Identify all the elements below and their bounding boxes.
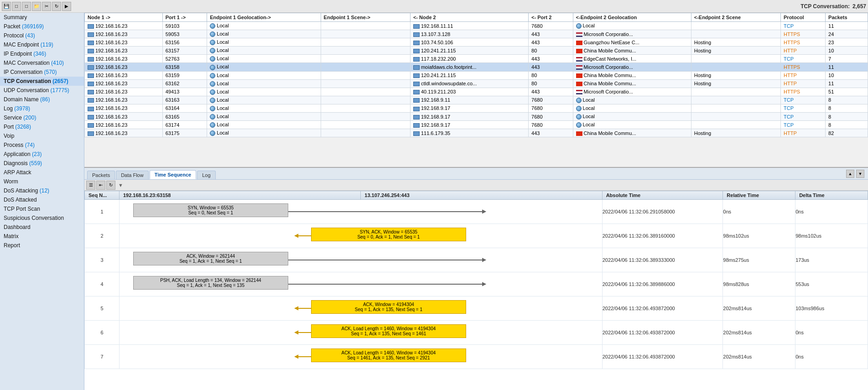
sidebar-item-port[interactable]: Port (3268)	[0, 122, 84, 131]
table-col-port-1---[interactable]: Port 1 ->	[162, 13, 207, 22]
table-col---endpoint-2-scene[interactable]: <-Endpoint 2 Scene	[691, 13, 780, 22]
tabs-collapse-btn[interactable]: ▼	[856, 170, 864, 178]
sidebar-item-matrix[interactable]: Matrix	[0, 232, 84, 241]
toolbar-btn-3[interactable]: □	[22, 2, 31, 11]
table-row[interactable]: 192.168.16.2359103Local192.168.11.117680…	[85, 22, 868, 30]
table-row[interactable]: 192.168.16.2363164Local192.168.9.177680L…	[85, 104, 868, 112]
abs-time: 2022/04/06 11:32:06.389333000	[602, 248, 723, 272]
seq-number: 1	[85, 200, 120, 224]
seq-table-row[interactable]: 7ACK, Load Length = 1460, Window = 41943…	[85, 345, 868, 369]
sidebar-item-udp-conversation[interactable]: UDP Conversation (17775)	[0, 86, 84, 95]
sidebar-item-dos-attacked[interactable]: DoS Attacked	[0, 195, 84, 204]
geo1-cell: Local	[207, 88, 321, 96]
table-row[interactable]: 192.168.16.2363158Localmoiafdaws.clo.foo…	[85, 63, 868, 71]
sidebar-item-worm[interactable]: Worm	[0, 177, 84, 186]
abs-time: 2022/04/06 11:32:06.389886000	[602, 272, 723, 296]
toolbar-btn-open[interactable]: 📁	[32, 2, 41, 11]
sidebar-item-suspicious-conversation[interactable]: Suspicious Conversation	[0, 213, 84, 223]
scene1-cell	[321, 63, 410, 71]
packets-cell: 8	[826, 96, 868, 104]
tabs-bar: PacketsData FlowTime SequenceLog ▲ ▼	[84, 168, 868, 180]
sidebar-item-arp-attack[interactable]: ARP Attack	[0, 168, 84, 177]
table-col-packets[interactable]: Packets	[826, 13, 868, 22]
toolbar-btn-cut[interactable]: ✂	[42, 2, 51, 11]
table-col---endpoint-2-geolocation[interactable]: <-Endpoint 2 Geolocation	[573, 13, 691, 22]
port2-cell: 80	[529, 47, 573, 55]
seq-number: 4	[85, 272, 120, 296]
tab-packets[interactable]: Packets	[87, 171, 115, 179]
sidebar-item-tcp-port-scan[interactable]: TCP Port Scan	[0, 204, 84, 213]
sidebar-item-service[interactable]: Service (200)	[0, 113, 84, 122]
abs-time-col-header: Absolute Time	[602, 191, 723, 200]
sidebar-item-tcp-conversation[interactable]: TCP Conversation (2657)	[0, 77, 84, 86]
table-row[interactable]: 192.168.16.2363163Local192.168.9.117680L…	[85, 96, 868, 104]
table-col-protocol[interactable]: Protocol	[781, 13, 826, 22]
tab-time-sequence[interactable]: Time Sequence	[150, 170, 197, 179]
geo2-cell: Local	[573, 96, 691, 104]
toolbar-btn-play[interactable]: ▶	[62, 2, 71, 11]
table-col----port-2[interactable]: <- Port 2	[529, 13, 573, 22]
scene1-cell	[321, 104, 410, 112]
sidebar-item-dashboard[interactable]: Dashboard	[0, 223, 84, 232]
port2-cell: 443	[529, 63, 573, 71]
table-row[interactable]: 192.168.16.2349413Local40.119.211.203443…	[85, 88, 868, 96]
sidebar-item-diagnosis[interactable]: Diagnosis (559)	[0, 159, 84, 168]
sidebar-item-mac-conversation[interactable]: MAC Conversation (410)	[0, 58, 84, 68]
port1-cell: 59103	[162, 22, 207, 30]
table-row[interactable]: 192.168.16.2359053Local13.107.3.128443Mi…	[85, 30, 868, 38]
seq-table-row[interactable]: 6ACK, Load Length = 1460, Window = 41943…	[85, 321, 868, 345]
table-col-endpoint-1-geolocation--[interactable]: Endpoint 1 Geolocation->	[207, 13, 321, 22]
delta-time-col-header: Delta Time	[795, 191, 868, 200]
table-row[interactable]: 192.168.16.2352763Local117.18.232.200443…	[85, 55, 868, 63]
table-row[interactable]: 192.168.16.2363156Local103.74.50.106443G…	[85, 38, 868, 47]
seq-table-row[interactable]: 5ACK, Window = 4194304Seq = 1, Ack = 135…	[85, 296, 868, 321]
protocol-cell: TCP	[781, 22, 826, 30]
table-col-node-1---[interactable]: Node 1 ->	[85, 13, 163, 22]
tab-log[interactable]: Log	[197, 171, 215, 179]
table-row[interactable]: 192.168.16.2363159Local120.241.21.11580C…	[85, 71, 868, 79]
sidebar-item-summary[interactable]: Summary	[0, 13, 84, 22]
bottom-toolbar-btn-2[interactable]: ⇤	[96, 181, 105, 190]
table-col-endpoint-1-scene--[interactable]: Endpoint 1 Scene->	[321, 13, 410, 22]
table-row[interactable]: 192.168.16.2363157Local120.241.21.11580C…	[85, 47, 868, 55]
node1-cell: 192.168.16.23	[85, 129, 163, 137]
scene2-cell	[691, 63, 780, 71]
table-row[interactable]: 192.168.16.2363174Local192.168.9.177680L…	[85, 121, 868, 129]
sidebar-item-process[interactable]: Process (74)	[0, 140, 84, 150]
sidebar-item-log[interactable]: Log (3978)	[0, 104, 84, 113]
table-row[interactable]: 192.168.16.2363165Local192.168.9.177680L…	[85, 113, 868, 121]
table-row[interactable]: 192.168.16.2363175Local111.6.179.35443Ch…	[85, 129, 868, 137]
toolbar-btn-1[interactable]: 💾	[2, 2, 11, 11]
main-toolbar: 💾 □ □ 📁 ✂ ↻ ▶ TCP Conversation: 2,657	[0, 0, 868, 13]
sidebar-item-mac-endpoint[interactable]: MAC Endpoint (119)	[0, 40, 84, 49]
abs-time: 2022/04/06 11:32:06.291058000	[602, 200, 723, 224]
seq-table-row[interactable]: 1SYN, Window = 65535Seq = 0, Next Seq = …	[85, 200, 868, 224]
table-col----node-2[interactable]: <- Node 2	[410, 13, 528, 22]
geo1-cell: Local	[207, 71, 321, 79]
node2-cell: 192.168.9.11	[410, 96, 528, 104]
sidebar-item-packet[interactable]: Packet (369169)	[0, 22, 84, 31]
toolbar-btn-2[interactable]: □	[12, 2, 21, 11]
sidebar-item-report[interactable]: Report	[0, 241, 84, 250]
node2-cell: 192.168.9.17	[410, 104, 528, 112]
sidebar-item-voip[interactable]: Voip	[0, 131, 84, 140]
toolbar-btn-refresh[interactable]: ↻	[52, 2, 61, 11]
bottom-toolbar-refresh[interactable]: ↻	[106, 181, 115, 190]
tabs-expand-btn[interactable]: ▲	[846, 170, 854, 178]
port2-cell: 443	[529, 55, 573, 63]
tab-data-flow[interactable]: Data Flow	[116, 171, 149, 179]
seq-table-row[interactable]: 4PSH, ACK, Load Length = 134, Window = 2…	[85, 272, 868, 296]
sidebar-item-protocol[interactable]: Protocol (43)	[0, 31, 84, 40]
seq-table-row[interactable]: 3ACK, Window = 262144Seq = 1, Ack = 1, N…	[85, 248, 868, 272]
geo2-cell: Microsoft Corporatio...	[573, 88, 691, 96]
bottom-toolbar-btn-1[interactable]: ☰	[86, 181, 95, 190]
right-panel: Node 1 ->Port 1 ->Endpoint 1 Geolocation…	[84, 13, 868, 390]
seq-table-row[interactable]: 2SYN, ACK, Window = 65535Seq = 0, Ack = …	[85, 224, 868, 248]
sidebar-item-ip-endpoint[interactable]: IP Endpoint (346)	[0, 49, 84, 58]
sidebar-item-dos-attacking[interactable]: DoS Attacking (12)	[0, 186, 84, 195]
table-row[interactable]: 192.168.16.2363162Localctldl.windowsupda…	[85, 79, 868, 88]
node2-cell: 111.6.179.35	[410, 129, 528, 137]
sidebar-item-application[interactable]: Application (23)	[0, 150, 84, 159]
sidebar-item-domain-name[interactable]: Domain Name (86)	[0, 95, 84, 104]
sidebar-item-ip-conversation[interactable]: IP Conversation (570)	[0, 68, 84, 77]
